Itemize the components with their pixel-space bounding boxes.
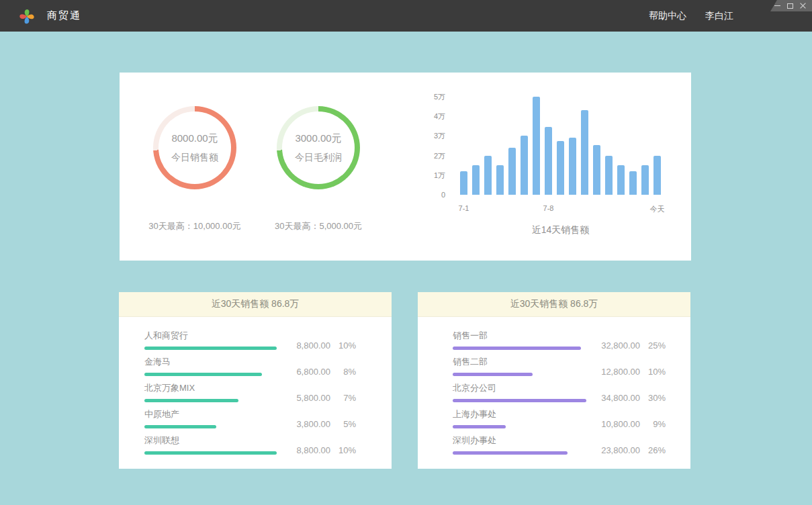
y-axis-tick: 2万 bbox=[434, 150, 445, 160]
today-profit-gauge: 3000.00元 今日毛利润 bbox=[277, 106, 360, 189]
help-center-link[interactable]: 帮助中心 bbox=[649, 10, 686, 22]
item-value: 34,800.0030% bbox=[586, 379, 666, 405]
panel-title: 近30天销售额 86.8万 bbox=[418, 292, 690, 317]
item-value: 5,800.007% bbox=[267, 379, 356, 405]
bar-plot bbox=[460, 97, 661, 195]
sales-bar bbox=[581, 110, 588, 195]
y-axis: 5万4万3万2万1万0 bbox=[412, 97, 445, 195]
sales-bar bbox=[617, 165, 625, 195]
window-minimize-icon[interactable] bbox=[774, 5, 780, 6]
list-item: 深圳办事处23,800.0026% bbox=[453, 431, 666, 457]
x-axis-tick: 7-8 bbox=[543, 204, 554, 212]
today-profit-value: 3000.00元 bbox=[295, 132, 341, 145]
titlebar-menu: 帮助中心 李白江 bbox=[649, 10, 733, 22]
sales-bar bbox=[533, 97, 540, 195]
item-progress-bar bbox=[453, 451, 568, 455]
sales-bar bbox=[557, 141, 564, 195]
panel-body: 销售一部32,800.0025%销售二部12,800.0010%北京分公司34,… bbox=[418, 317, 690, 457]
item-progress-bar bbox=[453, 347, 581, 350]
item-amount: 5,800.00 bbox=[296, 393, 330, 403]
list-item: 金海马6,800.008% bbox=[144, 353, 356, 379]
item-percent: 10% bbox=[330, 445, 356, 455]
item-progress-bar bbox=[144, 425, 216, 428]
list-item: 北京万象MIX5,800.007% bbox=[144, 379, 356, 405]
list-item: 上海办事处10,800.009% bbox=[453, 405, 666, 431]
item-progress-bar bbox=[453, 399, 586, 402]
summary-card: 8000.00元 今日销售额 3000.00元 今日毛利润 30天最高：10,0… bbox=[120, 73, 691, 261]
item-main: 北京分公司 bbox=[453, 379, 586, 405]
y-axis-tick: 0 bbox=[441, 191, 445, 199]
list-item: 北京分公司34,800.0030% bbox=[453, 379, 666, 405]
item-percent: 25% bbox=[640, 340, 666, 351]
item-progress-bar bbox=[144, 451, 277, 455]
y-axis-tick: 5万 bbox=[434, 92, 445, 102]
sales-bar bbox=[605, 156, 613, 195]
item-value: 23,800.0026% bbox=[577, 431, 666, 457]
item-amount: 10,800.00 bbox=[601, 419, 640, 429]
gauge-center: 8000.00元 今日销售额 bbox=[159, 111, 231, 184]
sales-bar bbox=[545, 127, 552, 195]
item-label: 中原地产 bbox=[144, 408, 267, 420]
app-logo-pinwheel-icon bbox=[18, 7, 36, 25]
item-percent: 5% bbox=[330, 419, 356, 429]
item-amount: 23,800.00 bbox=[601, 445, 640, 455]
department-sales-panel: 近30天销售额 86.8万 销售一部32,800.0025%销售二部12,800… bbox=[418, 292, 690, 469]
item-value: 32,800.0025% bbox=[581, 326, 666, 353]
item-progress-bar bbox=[453, 425, 506, 428]
item-progress-bar bbox=[144, 399, 238, 402]
item-progress-bar bbox=[453, 373, 533, 376]
panel-body: 人和商贸行8,800.0010%金海马6,800.008%北京万象MIX5,80… bbox=[119, 317, 392, 457]
sales-bar bbox=[496, 165, 504, 195]
window-maximize-icon[interactable] bbox=[787, 3, 793, 9]
sales-bar bbox=[629, 171, 637, 195]
list-item: 销售二部12,800.0010% bbox=[453, 353, 666, 379]
item-label: 金海马 bbox=[144, 356, 267, 368]
sales-bar bbox=[460, 171, 467, 195]
item-amount: 32,800.00 bbox=[601, 340, 640, 351]
item-main: 上海办事处 bbox=[453, 405, 577, 431]
item-main: 深圳办事处 bbox=[453, 431, 577, 457]
item-main: 销售二部 bbox=[453, 353, 577, 379]
item-value: 6,800.008% bbox=[267, 353, 356, 379]
item-amount: 8,800.00 bbox=[296, 340, 330, 351]
item-main: 人和商贸行 bbox=[144, 326, 277, 353]
today-sales-value: 8000.00元 bbox=[171, 132, 218, 145]
item-percent: 26% bbox=[640, 445, 666, 455]
item-value: 12,800.0010% bbox=[577, 353, 666, 379]
window-controls bbox=[770, 0, 812, 11]
profit-30day-high: 30天最高：5,000.00元 bbox=[244, 220, 392, 232]
x-axis-tick: 7-1 bbox=[459, 204, 469, 212]
gauge-center: 3000.00元 今日毛利润 bbox=[282, 111, 355, 184]
item-amount: 6,800.00 bbox=[296, 367, 330, 377]
item-percent: 10% bbox=[640, 367, 666, 377]
app-title: 商贸通 bbox=[47, 9, 81, 22]
item-percent: 10% bbox=[330, 340, 356, 351]
y-axis-tick: 1万 bbox=[434, 170, 445, 180]
y-axis-tick: 3万 bbox=[434, 131, 445, 141]
item-amount: 3,800.00 bbox=[296, 419, 330, 429]
titlebar: 商贸通 帮助中心 李白江 bbox=[0, 0, 812, 32]
item-progress-bar bbox=[144, 373, 262, 376]
panel-title: 近30天销售额 86.8万 bbox=[119, 292, 392, 317]
list-item: 销售一部32,800.0025% bbox=[453, 326, 666, 353]
item-value: 10,800.009% bbox=[577, 405, 666, 431]
item-label: 北京万象MIX bbox=[144, 382, 267, 394]
item-label: 销售一部 bbox=[453, 330, 581, 342]
brand: 商贸通 bbox=[18, 7, 81, 25]
sales-bar bbox=[472, 165, 480, 195]
item-percent: 7% bbox=[330, 393, 356, 403]
list-item: 人和商贸行8,800.0010% bbox=[144, 326, 356, 353]
item-amount: 34,800.00 bbox=[601, 393, 640, 403]
today-sales-label: 今日销售额 bbox=[171, 152, 218, 164]
item-label: 深圳联想 bbox=[144, 434, 277, 447]
item-main: 销售一部 bbox=[453, 326, 581, 353]
sales-bar bbox=[653, 156, 661, 195]
user-name-link[interactable]: 李白江 bbox=[705, 10, 733, 22]
window-close-icon[interactable] bbox=[800, 3, 806, 9]
item-progress-bar bbox=[144, 347, 277, 350]
customer-sales-panel: 近30天销售额 86.8万 人和商贸行8,800.0010%金海马6,800.0… bbox=[119, 292, 392, 469]
item-amount: 8,800.00 bbox=[296, 445, 330, 455]
sales-bar bbox=[484, 156, 492, 195]
item-amount: 12,800.00 bbox=[601, 367, 640, 377]
item-label: 北京分公司 bbox=[453, 382, 586, 394]
